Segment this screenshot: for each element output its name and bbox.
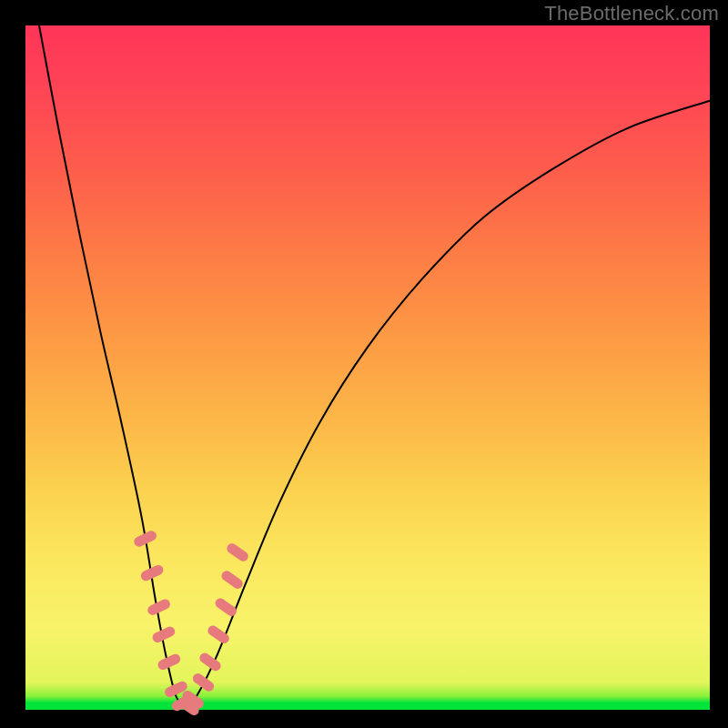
highlight-marker — [213, 596, 238, 618]
highlight-marker-group — [132, 530, 249, 718]
highlight-marker — [225, 541, 250, 563]
bottleneck-curve-svg — [25, 25, 710, 710]
highlight-marker — [146, 598, 171, 617]
watermark-text: TheBottleneck.com — [544, 2, 719, 25]
highlight-marker — [191, 672, 217, 693]
highlight-marker — [206, 623, 231, 645]
highlight-marker — [219, 569, 245, 591]
bottleneck-curve-line — [39, 25, 710, 706]
chart-frame: { "watermark": "TheBottleneck.com", "col… — [0, 0, 728, 728]
